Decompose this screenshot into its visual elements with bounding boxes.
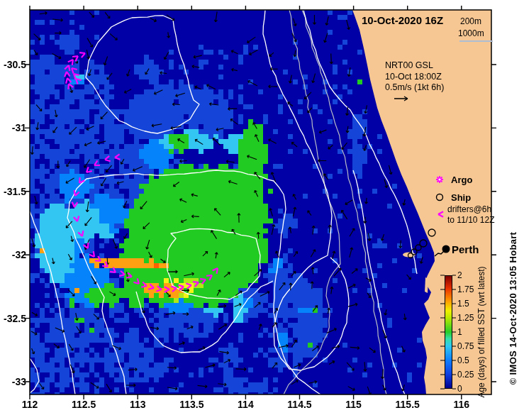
argo-marker-center <box>438 178 440 180</box>
current-vector-arrow <box>342 143 347 149</box>
current-vector-arrow <box>178 139 184 143</box>
drifter-arrow <box>115 154 120 159</box>
drifter-arrow <box>105 156 111 161</box>
current-vector-arrow <box>106 165 112 172</box>
current-vector-arrow <box>272 363 277 368</box>
current-vector-arrow <box>75 313 78 320</box>
x-axis-label: 114.5 <box>279 399 321 411</box>
current-vector-arrow <box>232 229 235 234</box>
current-vector-arrow <box>231 50 238 54</box>
colorbar-tick-label: 1.25 <box>457 313 474 324</box>
y-axis-label: -30.5 <box>0 59 26 72</box>
drifter-arrow <box>206 275 212 280</box>
current-vector-arrow <box>270 67 277 70</box>
current-vector-arrow <box>312 226 315 234</box>
current-vector-arrow <box>381 234 384 241</box>
current-vector-arrow <box>127 70 130 76</box>
current-vector-arrow <box>319 130 326 133</box>
current-vector-arrow <box>84 143 91 146</box>
current-vector-arrow <box>279 283 285 290</box>
y-axis-label: -31 <box>0 122 26 135</box>
current-vector-arrow <box>255 135 259 142</box>
current-vector-arrow <box>39 383 43 389</box>
current-vector-arrow <box>420 257 423 263</box>
current-vector-arrow <box>348 303 357 306</box>
drifter-arrow <box>66 78 71 84</box>
ssh-contour-line <box>303 10 417 274</box>
current-vector-arrow <box>124 233 128 238</box>
current-vector-arrow <box>311 250 316 258</box>
current-vector-arrow <box>214 11 217 22</box>
current-vector-arrow <box>123 201 127 208</box>
current-vector-arrow <box>235 368 246 370</box>
current-vector-arrow <box>308 211 311 216</box>
drifter-arrow <box>84 243 89 248</box>
current-vector-arrow <box>128 368 138 371</box>
current-vector-arrow <box>329 361 335 365</box>
current-vector-arrow <box>217 290 221 296</box>
current-vector-arrow <box>218 383 226 386</box>
current-vector-arrow <box>269 139 277 143</box>
current-vector-arrow <box>164 52 168 59</box>
current-vector-arrow <box>226 160 234 163</box>
isobath-legend-line <box>459 40 493 42</box>
isobath-line <box>302 10 386 394</box>
current-vector-arrow <box>71 236 74 242</box>
drifter-arrow <box>133 278 139 284</box>
current-vector-arrow <box>34 50 38 55</box>
current-vector-arrow <box>350 346 359 349</box>
current-vector-arrow <box>347 363 354 370</box>
current-vector-arrow <box>346 126 349 133</box>
x-axis-label: 115 <box>333 399 375 411</box>
current-vector-arrow <box>160 259 165 262</box>
gsl-model-label: NRT00 GSL <box>385 60 444 72</box>
perth-city-label: Perth <box>452 243 479 257</box>
current-vector-arrow <box>330 287 333 294</box>
imos-credit: © IMOS 14-Oct-2020 13:05 Hobart <box>508 212 520 405</box>
current-vector-arrow <box>272 224 275 234</box>
drifter-arrow <box>119 271 125 276</box>
current-vector-arrow <box>57 161 60 168</box>
current-vector-arrow <box>40 12 48 15</box>
drifter-arrow <box>78 231 83 236</box>
current-vector-arrow <box>218 324 226 329</box>
current-vector-arrow <box>364 105 367 113</box>
current-vector-arrow <box>133 167 142 172</box>
current-vector-arrow <box>215 209 221 215</box>
drifter-arrow <box>171 287 177 292</box>
current-vector-arrow <box>247 37 256 43</box>
current-vector-arrow <box>293 18 296 26</box>
drifter-arrow <box>178 285 184 290</box>
current-vector-arrow <box>53 127 57 133</box>
current-vector-arrow <box>259 324 262 330</box>
current-vector-arrow <box>289 227 291 233</box>
current-vector-arrow <box>180 199 187 202</box>
current-vector-arrow <box>324 33 328 43</box>
current-vector-arrow <box>166 292 171 297</box>
current-vector-arrow <box>209 103 218 106</box>
current-vector-arrow <box>330 53 333 63</box>
drifter-arrow <box>89 251 94 257</box>
colorbar-tick-label: 2 <box>457 270 462 281</box>
current-vector-arrow <box>228 180 237 184</box>
current-vector-arrow <box>276 251 279 258</box>
current-vector-arrow <box>167 387 177 390</box>
current-vector-arrow <box>154 90 162 94</box>
drifter-arrow <box>213 268 218 274</box>
current-vector-arrow <box>293 207 296 216</box>
drifter-arrow <box>95 256 101 261</box>
current-vector-arrow <box>32 238 35 247</box>
current-vector-arrow <box>77 326 81 333</box>
current-vector-arrow <box>69 344 73 350</box>
current-vector-arrow <box>213 138 220 145</box>
current-vector-arrow <box>250 50 258 55</box>
colorbar-tick-label: 1.75 <box>457 284 474 295</box>
drifter-arrow <box>186 284 191 289</box>
current-vector-arrow <box>36 105 42 111</box>
current-vector-arrow <box>152 124 162 127</box>
drifter-arrow <box>68 60 73 65</box>
current-vector-arrow <box>345 200 352 204</box>
current-vector-arrow <box>207 84 216 89</box>
map-date-title: 10-Oct-2020 16Z <box>362 14 443 28</box>
drifter-arrow <box>79 52 85 57</box>
